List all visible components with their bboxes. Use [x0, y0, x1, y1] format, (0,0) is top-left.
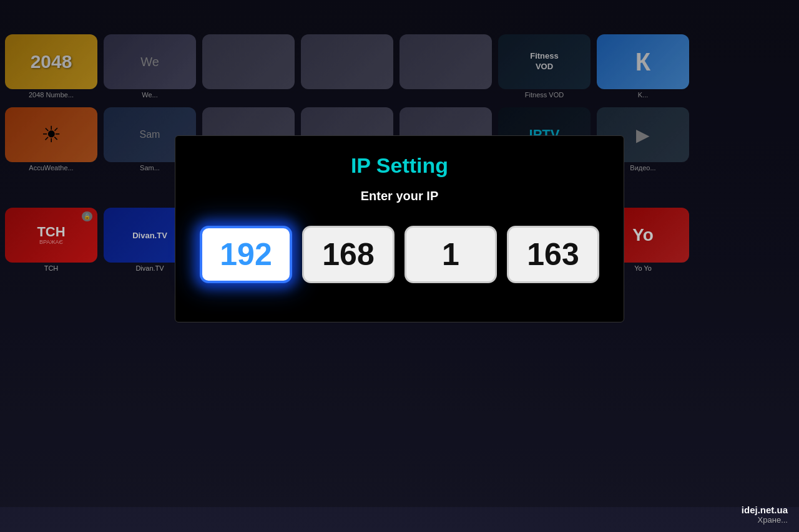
ip-field-4[interactable]: 163 [507, 226, 599, 283]
watermark-line1: idej.net.ua [742, 505, 788, 515]
dialog-overlay: IP Setting Enter your IP 192 168 1 163 [0, 0, 799, 507]
ip-field-1[interactable]: 192 [200, 226, 292, 283]
dialog-title: IP Setting [351, 153, 448, 178]
ip-field-2[interactable]: 168 [302, 226, 395, 283]
ip-fields-container: 192 168 1 163 [200, 226, 599, 283]
watermark: idej.net.ua Хране... [742, 505, 788, 525]
dialog-subtitle: Enter your IP [361, 189, 438, 203]
ip-setting-dialog: IP Setting Enter your IP 192 168 1 163 [175, 135, 624, 322]
watermark-line2: Хране... [742, 515, 788, 525]
ip-field-3[interactable]: 1 [404, 226, 497, 283]
